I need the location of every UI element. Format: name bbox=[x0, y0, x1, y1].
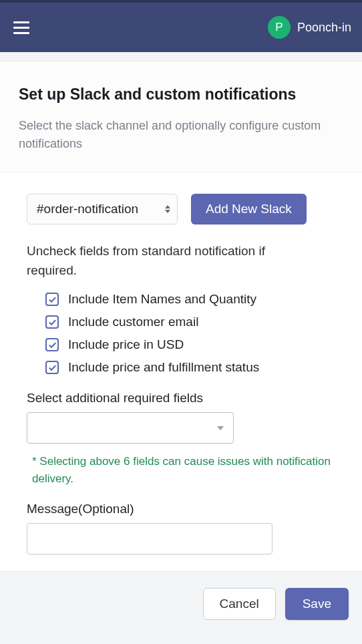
menu-icon[interactable] bbox=[11, 16, 32, 39]
checkbox[interactable] bbox=[45, 361, 59, 374]
check-icon bbox=[48, 363, 57, 372]
check-item: Include price and fulfillment status bbox=[45, 360, 343, 375]
checkbox[interactable] bbox=[45, 338, 59, 351]
avatar: P bbox=[268, 16, 291, 39]
page-subtitle: Select the slack channel and optionally … bbox=[19, 117, 326, 153]
save-button[interactable]: Save bbox=[285, 588, 349, 620]
checklist: Include Item Names and Quantity Include … bbox=[45, 292, 343, 375]
channel-row: #order-notification Add New Slack bbox=[27, 194, 343, 224]
app-header: P Poonch-in bbox=[0, 0, 362, 52]
add-slack-button[interactable]: Add New Slack bbox=[191, 194, 307, 224]
chevron-down-icon bbox=[217, 426, 224, 430]
check-item: Include customer email bbox=[45, 315, 343, 329]
user-area[interactable]: P Poonch-in bbox=[268, 16, 351, 39]
page-header: Set up Slack and custom notifications Se… bbox=[0, 61, 362, 172]
check-label: Include Item Names and Quantity bbox=[68, 292, 256, 307]
slack-channel-value: #order-notification bbox=[37, 202, 138, 216]
stepper-icon bbox=[165, 205, 170, 213]
slack-channel-select[interactable]: #order-notification bbox=[27, 194, 178, 224]
hint-text: * Selecting above 6 fields can cause iss… bbox=[32, 453, 339, 488]
check-label: Include customer email bbox=[68, 315, 198, 329]
additional-fields-select[interactable] bbox=[27, 412, 234, 444]
uncheck-instruction: Uncheck fields from standard notificatio… bbox=[27, 242, 294, 280]
footer: Cancel Save bbox=[0, 571, 362, 644]
check-icon bbox=[48, 318, 57, 327]
message-input[interactable] bbox=[27, 523, 273, 554]
checkbox[interactable] bbox=[45, 293, 59, 306]
content: Set up Slack and custom notifications Se… bbox=[0, 61, 362, 574]
check-label: Include price and fulfillment status bbox=[68, 360, 259, 375]
check-item: Include Item Names and Quantity bbox=[45, 292, 343, 307]
check-item: Include price in USD bbox=[45, 337, 343, 352]
form-card: #order-notification Add New Slack Unchec… bbox=[0, 172, 362, 574]
check-icon bbox=[48, 295, 57, 304]
checkbox[interactable] bbox=[45, 315, 59, 329]
user-name: Poonch-in bbox=[297, 21, 351, 35]
message-label: Message(Optional) bbox=[27, 502, 343, 516]
check-icon bbox=[48, 341, 57, 349]
additional-fields-label: Select additional required fields bbox=[27, 391, 343, 406]
cancel-button[interactable]: Cancel bbox=[203, 588, 276, 620]
check-label: Include price in USD bbox=[68, 337, 184, 352]
page-title: Set up Slack and custom notifications bbox=[19, 86, 343, 104]
